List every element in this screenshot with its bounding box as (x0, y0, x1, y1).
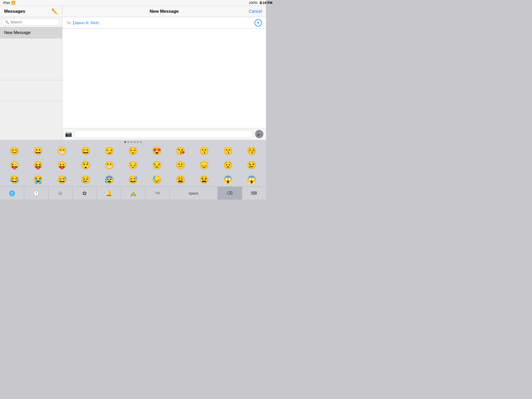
add-recipient-button[interactable]: + (255, 19, 262, 26)
emoji-grimacing[interactable]: 😬 (100, 159, 119, 172)
smiley-icon: ☺ (58, 190, 63, 196)
status-bar-time: 3:19 PM (260, 1, 266, 5)
keyboard-icon: ⌨ (251, 191, 257, 196)
emoji-kissing-smiling[interactable]: 😙 (218, 144, 237, 157)
emoji-disappointed[interactable]: 😞 (195, 159, 214, 172)
dot-4 (134, 141, 135, 143)
emoji-weary[interactable]: 😩 (171, 173, 190, 186)
car-button[interactable]: 🚕 (121, 187, 145, 200)
space-button[interactable]: space (170, 187, 218, 200)
emoji-row-3: 😂 😭 😅 😢 😰 😅 😓 😩 😫 😱 😱 (3, 173, 263, 187)
emoji-sweat-smile[interactable]: 😅 (124, 173, 142, 186)
emoji-laughing-crying[interactable]: 😂 (5, 173, 24, 186)
symbol-button[interactable]: !?# (145, 187, 170, 200)
cancel-button[interactable]: Cancel (249, 9, 262, 14)
emoji-sweat[interactable]: 😓 (147, 173, 166, 186)
emoji-sob[interactable]: 😢 (76, 173, 95, 186)
divider-1 (0, 80, 62, 80)
emoji-cold-sweat[interactable]: 😰 (100, 173, 119, 186)
emoji-kissing[interactable]: 😗 (195, 144, 214, 157)
camera-button[interactable]: 📷 (65, 131, 72, 137)
emoji-winking-tongue[interactable]: 😜 (5, 159, 24, 172)
emoji-grinning-smiling[interactable]: 😊 (5, 144, 24, 157)
message-body[interactable] (62, 29, 266, 128)
message-text-input[interactable] (74, 130, 253, 138)
emoji-fearful[interactable]: 😱 (218, 173, 237, 186)
smiley-button[interactable]: ☺ (49, 187, 73, 200)
ipad-label: iPad (3, 1, 10, 5)
car-icon: 🚕 (130, 190, 136, 196)
status-bar-left: iPad 📶 (3, 1, 15, 5)
clock-button[interactable]: 🕐 (24, 187, 48, 200)
emoji-loudly-crying[interactable]: 😭 (29, 173, 48, 186)
emoji-beaming[interactable]: 😁 (52, 144, 71, 157)
dot-1 (124, 141, 126, 143)
emoji-smirk[interactable]: 😏 (100, 144, 119, 157)
emoji-worried[interactable]: 😟 (218, 159, 237, 172)
emoji-keyboard: 😊 😀 😁 😄 😏 😌 😍 😘 😗 😙 😚 😜 😝 😛 😲 😬 😔 😒 😕 😞 … (0, 140, 266, 200)
emoji-grid: 😊 😀 😁 😄 😏 😌 😍 😘 😗 😙 😚 😜 😝 😛 😲 😬 😔 😒 😕 😞 … (0, 144, 266, 187)
emoji-relieved[interactable]: 😌 (124, 144, 142, 157)
keyboard-switch-button[interactable]: ⌨ (242, 187, 266, 200)
clock-icon: 🕐 (33, 190, 39, 196)
message-input-bar: 📷 🎤 (62, 128, 266, 140)
bell-icon: 🔔 (106, 190, 112, 196)
left-header: Messages ✏️ (0, 6, 62, 17)
recipient-chip: Jason R. Rich, (73, 21, 255, 25)
delete-button[interactable]: ⌫ (218, 187, 242, 200)
emoji-grinning[interactable]: 😀 (29, 144, 48, 157)
dot-6 (140, 141, 142, 143)
emoji-unamused[interactable]: 😒 (147, 159, 166, 172)
right-header: New Message Cancel (62, 6, 266, 17)
emoji-heart-eyes[interactable]: 😍 (147, 144, 166, 157)
search-bar-container: 🔍 (0, 17, 62, 27)
to-label: To: (66, 21, 72, 25)
left-panel-title: Messages (4, 9, 25, 14)
emoji-kissing-heart[interactable]: 😘 (171, 144, 190, 157)
emoji-pensive[interactable]: 😔 (124, 159, 142, 172)
emoji-screaming[interactable]: 😱 (242, 173, 261, 186)
emoji-confused[interactable]: 😕 (171, 159, 190, 172)
emoji-smiling-closed-eyes[interactable]: 😄 (76, 144, 95, 157)
new-message-list-item[interactable]: New Message (0, 27, 62, 38)
bell-button[interactable]: 🔔 (97, 187, 121, 200)
left-panel: Messages ✏️ 🔍 New Message (0, 6, 62, 140)
emoji-cry[interactable]: 😢 (242, 159, 261, 172)
main-layout: Messages ✏️ 🔍 New Message New Message Ca… (0, 6, 266, 140)
text-cursor (73, 21, 74, 25)
emoji-astonished[interactable]: 😲 (76, 159, 95, 172)
right-panel-title: New Message (150, 9, 179, 14)
globe-icon: 🌐 (9, 190, 15, 196)
flower-button[interactable]: ✿ (73, 187, 97, 200)
emoji-drooling[interactable]: 😅 (52, 173, 71, 186)
emoji-row-2: 😜 😝 😛 😲 😬 😔 😒 😕 😞 😟 😢 (3, 158, 263, 172)
battery-label: 100% (249, 1, 257, 5)
emoji-kissing-closed-eyes[interactable]: 😚 (242, 144, 261, 157)
microphone-button[interactable]: 🎤 (255, 130, 263, 138)
divider-2 (0, 101, 62, 101)
emoji-squinting-tongue[interactable]: 😝 (29, 159, 48, 172)
emoji-row-1: 😊 😀 😁 😄 😏 😌 😍 😘 😗 😙 😚 (3, 144, 263, 158)
search-icon: 🔍 (5, 20, 9, 24)
globe-button[interactable]: 🌐 (0, 187, 24, 200)
wifi-icon: 📶 (11, 1, 15, 5)
keyboard-toolbar: 🌐 🕐 ☺ ✿ 🔔 🚕 !?# space ⌫ ⌨ (0, 187, 266, 200)
message-list (0, 38, 62, 140)
dot-2 (128, 141, 129, 143)
status-bar: iPad 📶 3:19 PM 100% 🔋 (0, 0, 266, 6)
dot-5 (137, 141, 138, 143)
right-panel: New Message Cancel To: Jason R. Rich, + … (62, 6, 266, 140)
symbol-label: !?# (155, 191, 160, 195)
dot-3 (131, 141, 132, 143)
to-field: To: Jason R. Rich, + (62, 17, 266, 29)
search-input-wrap: 🔍 (3, 19, 59, 25)
emoji-tongue[interactable]: 😛 (52, 159, 71, 172)
search-input[interactable] (10, 20, 57, 24)
emoji-tired[interactable]: 😫 (195, 173, 214, 186)
mic-icon: 🎤 (257, 132, 262, 137)
compose-icon[interactable]: ✏️ (51, 8, 58, 15)
page-dots (0, 140, 266, 144)
flower-icon: ✿ (82, 190, 87, 196)
